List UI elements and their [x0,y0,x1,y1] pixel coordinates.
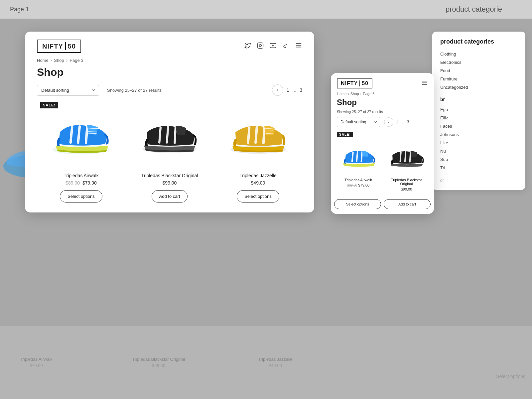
mobile-page-num-1: 1 [396,120,398,124]
mobile-select-options-btn[interactable]: Select options [334,199,381,209]
bg-left-shoe [0,133,27,183]
mobile-breadcrumb-sep2: › [360,92,362,96]
mobile-breadcrumb-shop[interactable]: Shop [350,92,359,96]
add-to-cart-btn-blackstar[interactable]: Add to cart [152,190,188,202]
mobile-breadcrumb: Home › Shop › Page 3 [331,88,434,96]
mobile-breadcrumb-page: Page 3 [363,92,374,96]
brand-elliz[interactable]: Elliz [440,114,517,122]
product-image-blackstar [129,102,210,168]
product-card-blackstar: Tripledas Blackstar Original $99.00 Add … [125,102,214,202]
prev-page-btn[interactable]: ‹ [272,84,283,96]
mobile-breadcrumb-home[interactable]: Home [337,92,346,96]
brand-faces[interactable]: Faces [440,122,517,130]
brand-johnsons[interactable]: Johnsons [440,130,517,139]
mobile-product-name-airwalk: Tripledas Airwalk [344,178,372,182]
mobile-sort-select[interactable]: Default sorting [337,117,380,127]
cat-electronics[interactable]: Electronics [440,58,517,66]
logo-part2: 50 [68,43,76,50]
logo-divider [65,42,66,50]
sale-badge-airwalk: SALE! [40,102,58,108]
result-count: Showing 25–27 of 27 results [107,88,162,93]
tiktok-icon[interactable] [282,42,289,51]
bg-header: Page 1 product categorie [0,0,532,19]
original-price-airwalk: $89.00 [66,180,80,186]
bg-bottom-product-3: Tripledas Jazzelle $49.00 [258,357,293,368]
mobile-breadcrumb-sep1: › [348,92,349,96]
product-name-airwalk: Tripledas Airwalk [64,173,98,178]
twitter-icon[interactable] [244,42,251,51]
cat-furniture[interactable]: Furniture [440,75,517,83]
mobile-page-dots: ... [401,120,404,124]
mobile-logo-part2: 50 [362,80,368,86]
product-image-airwalk [40,102,122,168]
mobile-modal-header: NIFTY 50 [331,73,434,88]
social-icons [244,42,302,51]
breadcrumb-sep-1: › [51,58,52,63]
bg-product-3-name: Tripledas Jazzelle [258,357,293,362]
mobile-page-num-last: 3 [407,120,409,124]
bg-product-1-price: $79.00 [30,363,43,368]
product-price-airwalk: $89.00 $79.00 [66,180,97,186]
mobile-pagination: ‹ 1 ... 3 [384,117,409,127]
product-card-jazzelle: Tripledas Jazzelle $49.00 Select options [214,102,302,202]
svg-line-15 [265,133,273,133]
sidebar-panel: product categories Clothing Electronics … [432,32,525,190]
menu-hamburger-icon[interactable] [295,42,302,51]
shop-toolbar: Default sorting Sort by popularity Sort … [25,78,314,102]
modal-header: NIFTY 50 [25,32,314,53]
mobile-logo-divider [359,80,360,86]
brand-tri[interactable]: Tri [440,164,517,172]
mobile-menu-icon[interactable] [421,79,428,88]
mobile-result-count: Showing 25–27 of 27 results [331,107,434,114]
page-num-last: 3 [300,87,302,93]
product-image-jazzelle [217,102,299,168]
youtube-icon[interactable] [270,42,276,51]
mobile-products-grid: Tripledas Airwalk $89.00 $79.00 [331,137,434,199]
brand-nu[interactable]: Nu [440,147,517,155]
instagram-icon[interactable] [257,42,264,51]
breadcrumb-home[interactable]: Home [37,58,49,63]
mobile-add-to-cart-btn[interactable]: Add to cart [384,199,431,209]
bg-bottom-product-2: Tripledas Blackstar Original $99.00 [132,357,185,368]
product-name-jazzelle: Tripledas Jazzelle [239,173,277,178]
price-blackstar: $99.00 [163,180,177,186]
mobile-product-card-blackstar: Tripledas Blackstar Original $99.00 [382,139,431,195]
mobile-prev-page-btn[interactable]: ‹ [384,117,393,127]
svg-line-14 [265,131,273,131]
svg-line-9 [88,131,97,131]
select-options-btn-airwalk[interactable]: Select options [60,190,102,202]
page-num-1: 1 [287,87,289,93]
select-options-btn-jazzelle[interactable]: Select options [237,190,279,202]
mobile-product-price-airwalk: $89.00 $79.00 [347,183,369,187]
cat-uncategorized[interactable]: Uncategorized [440,83,517,91]
svg-line-10 [88,133,96,134]
product-name-blackstar: Tripledas Blackstar Original [141,173,198,178]
brand-ego[interactable]: Ego [440,105,517,114]
mobile-product-name-blackstar: Tripledas Blackstar Original [384,178,429,186]
bg-tab-label: Page 1 [10,6,29,13]
mobile-logo-part1: NIFTY [341,80,358,86]
breadcrumb-shop[interactable]: Shop [54,58,64,63]
sidebar-panel-title: product categories [440,38,517,45]
mobile-sale-badge: SALE! [337,132,353,137]
mobile-product-card-airwalk: Tripledas Airwalk $89.00 $79.00 [334,139,382,195]
mobile-sale-price-airwalk: $79.00 [358,183,370,187]
or-divider: or [440,177,517,183]
breadcrumb-sep-2: › [66,58,68,63]
mobile-price-blackstar: $99.00 [401,187,412,191]
svg-marker-3 [272,45,274,46]
bg-bottom-product-1: Tripledas Airwalk $79.00 [20,357,53,368]
mobile-modal: NIFTY 50 Home › Shop › Page 3 Shop Showi… [331,73,434,214]
mobile-original-price-airwalk: $89.00 [347,184,357,187]
mobile-btn-row: Select options Add to cart [331,199,434,214]
brand-sub[interactable]: Sub [440,155,517,164]
brand-like[interactable]: Like [440,139,517,147]
pagination: ‹ 1 ... 3 [272,84,302,96]
bg-bottom-bar: Tripledas Airwalk $79.00 Tripledas Black… [0,326,532,399]
cat-clothing[interactable]: Clothing [440,50,517,58]
mobile-shop-title: Shop [331,96,434,107]
sort-select[interactable]: Default sorting Sort by popularity Sort … [37,85,99,96]
cat-food[interactable]: Food [440,66,517,75]
mobile-logo: NIFTY 50 [337,78,372,88]
bg-product-2-price: $99.00 [152,363,165,368]
